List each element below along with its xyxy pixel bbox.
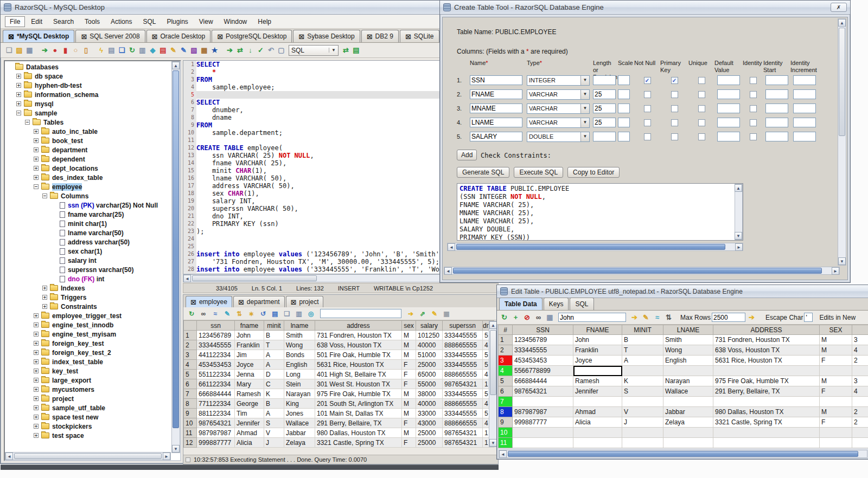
cell[interactable]: Jabbar bbox=[284, 428, 315, 438]
scroll-down-icon[interactable]: ▼ bbox=[838, 257, 846, 265]
cell[interactable]: V bbox=[622, 407, 663, 417]
new-file-icon[interactable]: ❏ bbox=[4, 45, 14, 55]
generate-ddl-icon[interactable]: ▧ bbox=[189, 45, 199, 55]
export-results-icon[interactable]: ⇗ bbox=[417, 309, 429, 319]
table-row[interactable]: 5666884444RameshKNarayan975 Fire Oak, Hu… bbox=[499, 376, 868, 386]
cell[interactable] bbox=[852, 428, 868, 438]
cell[interactable]: George bbox=[235, 399, 264, 409]
tree-item-des_index_table[interactable]: +des_index_table bbox=[5, 173, 171, 182]
sql-mode-dropdown[interactable]: SQL▼ bbox=[289, 45, 339, 56]
cell[interactable]: 4 bbox=[852, 345, 868, 356]
cell[interactable]: Ahmad bbox=[235, 428, 264, 438]
cell[interactable]: Ramesh bbox=[235, 389, 264, 399]
cell[interactable]: T bbox=[622, 345, 663, 356]
column-header-address[interactable]: address bbox=[315, 321, 402, 331]
cell[interactable]: 333445555 bbox=[443, 360, 483, 370]
cell[interactable]: 999887777 bbox=[197, 438, 235, 448]
close-icon[interactable]: ⊠ bbox=[238, 299, 244, 306]
cell[interactable]: 5631 Rice, Houston TX bbox=[315, 360, 402, 370]
cell[interactable]: 201 South St, Arlington TX bbox=[315, 399, 402, 409]
refresh-results-icon[interactable]: ↻ bbox=[186, 309, 197, 319]
cell[interactable] bbox=[622, 397, 663, 407]
edit-cell-icon[interactable]: ✎ bbox=[429, 309, 441, 319]
default-value-input[interactable] bbox=[717, 75, 740, 85]
cell[interactable]: 987654321 bbox=[513, 386, 573, 397]
cell[interactable]: A bbox=[264, 409, 284, 418]
editor-hscroll-thumb[interactable] bbox=[192, 275, 317, 281]
cell[interactable]: T bbox=[264, 340, 284, 350]
expand-icon[interactable]: + bbox=[34, 405, 39, 410]
identity-checkbox[interactable] bbox=[750, 133, 757, 140]
expand-icon[interactable]: + bbox=[34, 157, 39, 162]
cell[interactable] bbox=[820, 428, 852, 438]
cell[interactable] bbox=[663, 438, 713, 448]
cell[interactable]: Smith bbox=[284, 331, 315, 340]
cell[interactable]: 5566778899 bbox=[513, 366, 573, 376]
cell[interactable]: Jabbar bbox=[663, 407, 713, 417]
cell[interactable]: F bbox=[402, 379, 416, 389]
cell[interactable] bbox=[852, 438, 868, 448]
copy-to-editor-button[interactable]: Copy to Editor bbox=[567, 167, 620, 178]
unique-checkbox[interactable] bbox=[698, 105, 705, 112]
cell[interactable]: M bbox=[820, 407, 852, 417]
commit-icon[interactable]: ▮ bbox=[60, 45, 71, 55]
cell[interactable]: 771122334 bbox=[197, 399, 235, 409]
refresh-connection-icon[interactable]: ↻ bbox=[127, 45, 137, 55]
menu-item-tools[interactable]: Tools bbox=[80, 16, 105, 27]
column-type-select[interactable]: VARCHAR▼ bbox=[527, 89, 590, 100]
expand-icon[interactable]: + bbox=[34, 387, 39, 392]
scroll-right-icon[interactable]: ► bbox=[832, 267, 839, 275]
tree-item-foreign_key_test[interactable]: +foreign_key_test bbox=[5, 339, 171, 348]
close-icon[interactable]: ⊠ bbox=[81, 33, 87, 40]
cell[interactable]: A bbox=[622, 356, 663, 366]
not-null-checkbox[interactable]: ✓ bbox=[644, 77, 651, 84]
scroll-up-icon[interactable]: ▲ bbox=[735, 184, 742, 192]
cell[interactable]: 987654321 bbox=[443, 438, 483, 448]
cell[interactable] bbox=[820, 397, 852, 407]
highlight-icon[interactable]: ✎ bbox=[641, 312, 651, 322]
table-row[interactable]: 2333445555FranklinTWong638 Voss, Houston… bbox=[184, 340, 494, 350]
cell[interactable]: 25000 bbox=[416, 438, 443, 448]
cell[interactable]: Smith bbox=[663, 335, 713, 345]
tree-item-foreign_key_test_2[interactable]: +foreign_key_test_2 bbox=[5, 348, 171, 357]
cell[interactable]: S bbox=[622, 386, 663, 397]
column-header-sex[interactable]: sex bbox=[402, 321, 416, 331]
tree-horizontal-scrollbar[interactable]: ◄ ► bbox=[5, 452, 171, 460]
default-value-input[interactable] bbox=[717, 132, 740, 141]
cell[interactable] bbox=[573, 397, 622, 407]
expand-icon[interactable]: + bbox=[42, 286, 47, 290]
cell[interactable]: M bbox=[402, 428, 416, 438]
scroll-down-icon[interactable]: ▼ bbox=[735, 232, 742, 240]
cell[interactable]: Ramesh bbox=[573, 376, 622, 386]
length-input[interactable] bbox=[593, 75, 616, 85]
table-row[interactable]: 6987654321JenniferSWallace291 Berry, Bel… bbox=[499, 386, 868, 397]
cell[interactable]: F bbox=[402, 418, 416, 428]
tree-item-db-space[interactable]: +db space bbox=[5, 72, 171, 81]
cell[interactable]: King bbox=[284, 399, 315, 409]
table-row[interactable]: 10987654321JenniferSWallace291 Berry, Be… bbox=[184, 418, 494, 428]
cell[interactable]: 975 Fire Oak, Humble TX bbox=[713, 376, 820, 386]
cell[interactable]: 999887777 bbox=[513, 417, 573, 428]
cell[interactable]: M bbox=[402, 389, 416, 399]
disconnect-icon[interactable]: ● bbox=[50, 45, 60, 55]
scale-input[interactable] bbox=[618, 118, 630, 127]
identity-increment-input[interactable] bbox=[793, 75, 816, 85]
column-header-LNAME[interactable]: LNAME bbox=[663, 325, 713, 335]
cell[interactable] bbox=[852, 397, 868, 407]
expand-icon[interactable]: + bbox=[34, 166, 39, 171]
cell[interactable]: Joyce bbox=[573, 356, 622, 366]
unique-checkbox[interactable] bbox=[698, 133, 705, 140]
primary-key-checkbox[interactable] bbox=[671, 133, 678, 140]
expand-icon[interactable]: + bbox=[34, 175, 39, 180]
cell[interactable]: F bbox=[820, 386, 852, 397]
column-header-ssn[interactable]: ssn bbox=[197, 321, 235, 331]
cell[interactable]: B bbox=[264, 331, 284, 340]
main-titlebar[interactable]: RazorSQL - MySQL Desktop bbox=[1, 1, 497, 15]
cell[interactable]: F bbox=[402, 360, 416, 370]
not-null-checkbox[interactable] bbox=[644, 91, 651, 98]
cell[interactable]: 666884444 bbox=[197, 389, 235, 399]
cell[interactable]: Tim bbox=[235, 409, 264, 418]
view-file-icon[interactable]: ▢ bbox=[276, 45, 286, 55]
cell[interactable]: English bbox=[284, 360, 315, 370]
add-column-button[interactable]: Add bbox=[457, 150, 477, 160]
